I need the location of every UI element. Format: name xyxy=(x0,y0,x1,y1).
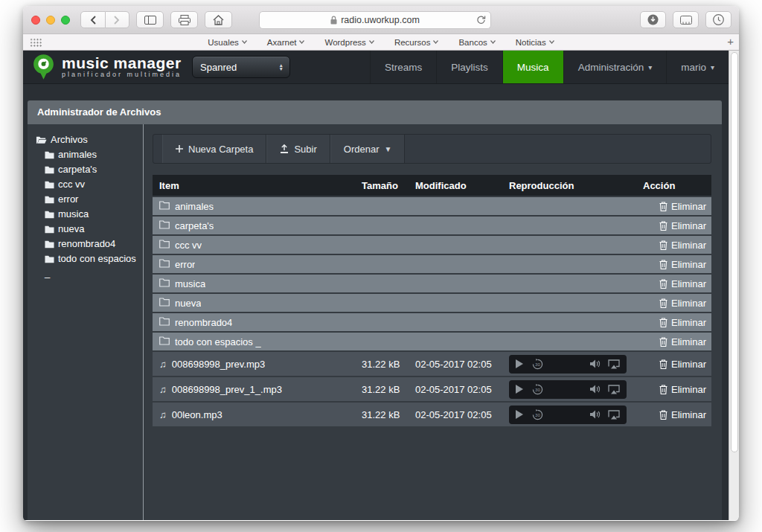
player-right-controls xyxy=(590,410,620,420)
sidebar-folder-item[interactable]: renombrado4 xyxy=(45,237,138,251)
page-content: music manager planificador multimedia Sp… xyxy=(23,51,729,520)
sidebar-folder-item[interactable]: ccc vv xyxy=(45,177,138,191)
rewind-30-button[interactable]: 30 xyxy=(532,384,543,395)
bookmark-folder[interactable]: Recursos xyxy=(394,38,439,47)
brand[interactable]: music manager planificador multimedia xyxy=(23,51,182,83)
table-row[interactable]: ♫ 00leon.mp3 31.22 kB 02-05-2017 02:05 3… xyxy=(153,403,711,426)
home-button[interactable] xyxy=(205,11,232,28)
new-tab-button[interactable]: + xyxy=(727,35,734,48)
trash-icon xyxy=(659,202,667,211)
row-type-icon: ♫ xyxy=(159,409,167,420)
rewind-30-button[interactable]: 30 xyxy=(532,409,543,420)
table-row[interactable]: nueva Eliminar xyxy=(153,294,711,312)
nav-item-label: Streams xyxy=(385,62,422,73)
delete-button[interactable]: Eliminar xyxy=(659,259,706,270)
delete-button[interactable]: Eliminar xyxy=(659,409,706,420)
table-row[interactable]: ♫ 008698998_prev_1_.mp3 31.22 kB 02-05-2… xyxy=(153,377,711,401)
volume-button[interactable] xyxy=(590,410,601,419)
play-button[interactable] xyxy=(516,385,523,394)
item-name: error xyxy=(175,259,195,270)
nav-item-playlists[interactable]: Playlists xyxy=(436,51,502,83)
sidebar-folder-label: animales xyxy=(58,149,97,160)
bookmark-folder[interactable]: Bancos xyxy=(458,38,495,47)
table-row[interactable]: ♫ 008698998_prev.mp3 31.22 kB 02-05-2017… xyxy=(153,352,711,376)
back-button[interactable] xyxy=(80,11,106,28)
table-row[interactable]: todo con espacios _ Eliminar xyxy=(153,333,711,350)
upload-icon xyxy=(280,144,289,153)
sidebar-folder-item[interactable]: animales xyxy=(45,147,138,161)
airplay-button[interactable] xyxy=(608,410,620,420)
station-select[interactable]: Spanred ▲▼ xyxy=(192,56,290,78)
table-row[interactable]: ccc vv Eliminar xyxy=(153,236,711,254)
delete-button[interactable]: Eliminar xyxy=(659,201,706,212)
main-nav: Streams Playlists Musica Administración … xyxy=(370,51,729,83)
nav-item-musica[interactable]: Musica xyxy=(502,51,563,83)
downloads-button[interactable] xyxy=(640,11,666,28)
delete-button[interactable]: Eliminar xyxy=(659,317,706,328)
chevron-down-icon xyxy=(299,40,304,44)
tree-root-label: Archivos xyxy=(51,134,88,145)
play-button[interactable] xyxy=(516,410,523,419)
print-button[interactable] xyxy=(170,11,198,28)
nav-item-label: Playlists xyxy=(451,62,488,73)
delete-button[interactable]: Eliminar xyxy=(659,336,706,347)
screenshot-stage: radio.uworkup.com Usuales xyxy=(0,0,762,532)
sidebar-folder-item[interactable]: carpeta's xyxy=(45,162,138,176)
delete-button[interactable]: Eliminar xyxy=(659,220,706,231)
volume-button[interactable] xyxy=(590,385,601,394)
sidebar-folder-item[interactable]: todo con espacios _ xyxy=(45,251,138,280)
upload-button[interactable]: Subir xyxy=(266,135,330,163)
row-type-icon xyxy=(159,259,170,270)
favorites-grid-icon[interactable] xyxy=(30,38,42,48)
airplay-button[interactable] xyxy=(608,359,620,369)
sidebar-toggle-button[interactable] xyxy=(136,11,164,28)
bookmark-folder[interactable]: Axarnet xyxy=(267,38,305,47)
delete-button[interactable]: Eliminar xyxy=(659,240,706,251)
airplay-button[interactable] xyxy=(608,385,620,394)
trash-icon xyxy=(659,240,667,250)
table-row[interactable]: animales Eliminar xyxy=(153,197,711,215)
address-bar[interactable]: radio.uworkup.com xyxy=(259,11,491,29)
scrollbar-thumb[interactable] xyxy=(731,52,738,452)
page-scrollbar[interactable] xyxy=(729,51,739,520)
new-folder-button[interactable]: Nueva Carpeta xyxy=(162,135,266,163)
nav-item-administración[interactable]: Administración ▾ xyxy=(563,51,667,83)
delete-button[interactable]: Eliminar xyxy=(659,384,706,395)
bookmark-folder[interactable]: Usuales xyxy=(208,38,247,47)
table-row[interactable]: musica Eliminar xyxy=(153,275,711,292)
audio-player: 30 xyxy=(509,355,627,374)
history-nav-group xyxy=(80,11,129,28)
trash-icon xyxy=(659,359,667,369)
sidebar-folder-item[interactable]: nueva xyxy=(45,222,138,236)
delete-label: Eliminar xyxy=(671,201,706,212)
close-window-button[interactable] xyxy=(31,16,40,25)
nav-item-mario[interactable]: mario ▾ xyxy=(666,51,729,83)
play-button[interactable] xyxy=(516,359,523,368)
sidebar-folder-item[interactable]: error xyxy=(45,192,138,206)
nav-item-label: mario xyxy=(681,62,706,73)
history-button[interactable] xyxy=(705,11,731,28)
table-row[interactable]: carpeta's Eliminar xyxy=(153,217,711,234)
reload-button[interactable] xyxy=(476,15,486,28)
bookmark-folder[interactable]: Noticias xyxy=(516,38,554,47)
nav-item-streams[interactable]: Streams xyxy=(370,51,436,83)
sort-button[interactable]: Ordenar ▼ xyxy=(330,135,406,163)
rewind-30-button[interactable]: 30 xyxy=(532,359,543,370)
table-row[interactable]: renombrado4 Eliminar xyxy=(153,313,711,331)
play-icon xyxy=(516,359,523,368)
delete-button[interactable]: Eliminar xyxy=(659,359,706,370)
delete-button[interactable]: Eliminar xyxy=(659,298,706,309)
minimize-window-button[interactable] xyxy=(46,16,55,25)
bookmark-folder[interactable]: Wordpress xyxy=(324,38,374,47)
sidebar-folder-item[interactable]: musica xyxy=(45,207,138,221)
url-text: radio.uworkup.com xyxy=(341,15,420,25)
tab-overview-button[interactable] xyxy=(673,11,699,28)
zoom-window-button[interactable] xyxy=(61,16,70,25)
tree-root-archivos[interactable]: Archivos xyxy=(36,132,138,147)
delete-button[interactable]: Eliminar xyxy=(659,278,706,289)
table-row[interactable]: error Eliminar xyxy=(153,255,711,273)
volume-button[interactable] xyxy=(590,359,601,368)
forward-button[interactable] xyxy=(106,11,130,28)
table-header: Item Tamaño Modificado Reproducción Acci… xyxy=(153,175,711,196)
cell-action: Eliminar xyxy=(643,259,711,270)
